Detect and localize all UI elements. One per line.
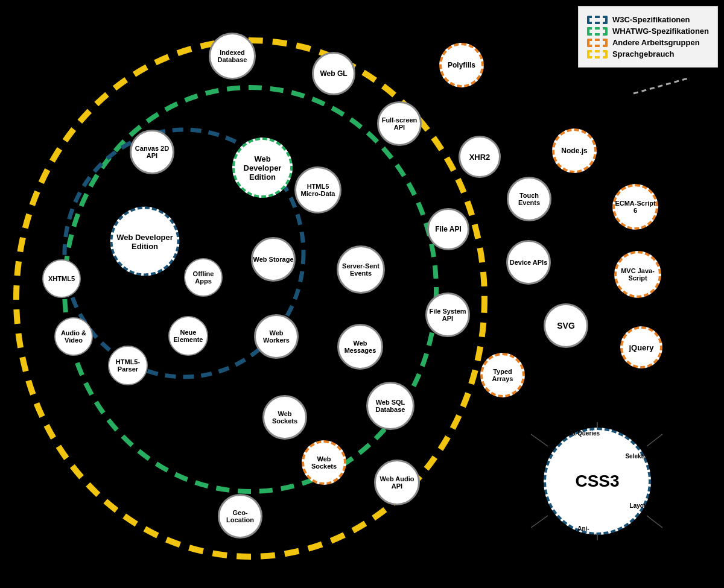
media-queries-label: Media Queries (558, 430, 600, 437)
fullscreen-api-node: Full-screen API (377, 101, 422, 146)
file-api-node: File API (427, 208, 469, 250)
offline-apps-node: Offline Apps (184, 258, 223, 297)
legend: W3C-Spezifikationen WHATWG-Spezifikation… (578, 6, 718, 68)
legend-swatch-whatwg (587, 27, 608, 36)
legend-swatch-usage (587, 50, 608, 58)
legend-swatch-w3c (587, 16, 608, 24)
legend-swatch-other (587, 39, 608, 47)
html5-microdata-node: HTML5 Micro-Data (294, 166, 341, 213)
web-sockets-node: Web Sockets (262, 395, 307, 440)
jquery-node: jQuery (620, 326, 662, 368)
legend-label-other: Andere Arbeitsgruppen (612, 38, 700, 47)
polyfills-node: Polyfills (439, 43, 484, 87)
layout-label: Layout (624, 502, 655, 509)
rgba-hsla-label: RGBA & HSLA (518, 449, 554, 463)
web-sql-database-node: Web SQL Database (366, 382, 414, 430)
css3-node: CSS3 (544, 428, 651, 535)
html5-parser-node: HTML5-Parser (108, 346, 148, 385)
web-sockets-orange-node: Web Sockets (302, 440, 346, 485)
server-sent-events-node: Server-Sent Events (337, 245, 385, 294)
typed-arrays-node: Typed Arrays (480, 353, 525, 397)
geo-location-node: Geo-Location (218, 494, 262, 539)
legend-item-w3c: W3C-Spezifikationen (587, 15, 709, 24)
web-workers-node: Web Workers (254, 314, 299, 359)
diagram-container: Web Developer Edition Web Developer Edit… (0, 0, 724, 588)
svg-line-9 (647, 516, 662, 528)
web-developer-edition-inner-label: Web Developer Edition (113, 232, 177, 250)
legend-item-usage: Sprachgebrauch (587, 49, 709, 58)
touch-events-node: Touch Events (507, 177, 551, 221)
legend-label-usage: Sprachgebrauch (612, 49, 675, 58)
svg-node: SVG (544, 303, 588, 348)
svg-line-11 (634, 78, 688, 93)
nodejs-node: Node.js (552, 128, 597, 173)
device-apis-node: Device APIs (506, 240, 551, 285)
web-audio-api-node: Web Audio API (374, 460, 420, 505)
web-developer-edition-node: Web Developer Edition (232, 138, 293, 198)
web-developer-edition-inner-node: Web Developer Edition (110, 207, 180, 276)
web-storage-node: Web Storage (251, 237, 296, 282)
selektoren-label: Selektoren (623, 453, 659, 460)
xhtml5-node: XHTML5 (42, 259, 81, 298)
legend-label-whatwg: WHATWG-Spezifikationen (612, 27, 709, 36)
svg-line-6 (531, 434, 548, 446)
audio-video-node: Audio & Video (54, 317, 93, 356)
indexed-database-node: Indexed Database (209, 33, 256, 80)
svg-line-8 (647, 434, 662, 446)
web-developer-edition-label: Web Developer Edition (235, 154, 290, 182)
file-system-api-node: File System API (425, 292, 470, 337)
web-gl-node: Web GL (312, 52, 355, 95)
animationen-label: Ani-mationen (565, 525, 602, 539)
xhr2-node: XHR2 (459, 136, 501, 178)
ecmascript6-node: ECMA-Script 6 (612, 184, 658, 230)
legend-item-other: Andere Arbeitsgruppen (587, 38, 709, 47)
svg-line-7 (531, 516, 548, 528)
transforms-label: Trans-forms (516, 499, 549, 512)
web-messages-node: Web Messages (337, 324, 383, 370)
mvc-javascript-node: MVC Java-Script (614, 251, 661, 298)
legend-label-w3c: W3C-Spezifikationen (612, 15, 690, 24)
legend-item-whatwg: WHATWG-Spezifikationen (587, 27, 709, 36)
neue-elemente-node: Neue Elemente (168, 316, 208, 356)
canvas-2d-api-node: Canvas 2D API (130, 130, 174, 174)
